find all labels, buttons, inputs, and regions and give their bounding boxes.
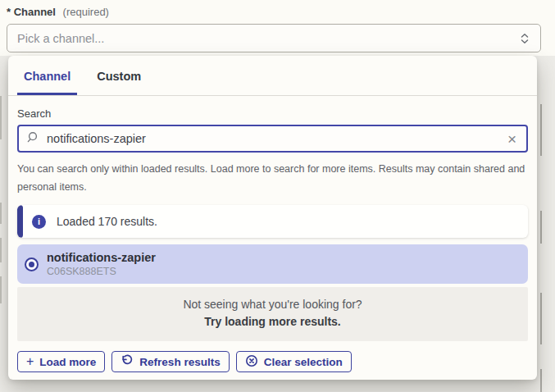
background-form-edge [540,293,542,344]
background-form-edge [0,276,2,303]
tab-channel[interactable]: Channel [17,56,77,95]
info-icon: i [32,215,46,229]
search-help-text: You can search only within loaded result… [17,160,528,196]
channel-dropdown-panel: Channel Custom Search × You can search o… [8,56,537,380]
loaded-results-banner: i Loaded 170 results. [17,205,528,238]
background-form-edge [540,104,542,156]
not-seeing-hint: Not seeing what you're looking for? Try … [17,287,528,341]
search-icon [27,131,39,147]
option-text: notifications-zapier C06SK888ETS [47,251,156,277]
search-input[interactable] [47,132,506,145]
dropdown-footer: + Load more Refresh results Clear select… [17,351,528,372]
search-box: × [17,125,528,153]
background-form-edge [0,238,2,262]
radio-selected-icon[interactable] [25,258,39,271]
dropdown-content: Search × You can search only within load… [8,107,537,372]
chevron-up-down-icon [519,32,530,45]
channel-field: * Channel (required) Pick a channel... [7,6,541,52]
dropdown-tabs: Channel Custom [8,56,537,96]
banner-accent-bar [17,205,23,238]
refresh-results-button[interactable]: Refresh results [111,351,229,372]
channel-option-selected[interactable]: notifications-zapier C06SK888ETS [17,244,528,284]
channel-field-label: * Channel [7,6,56,18]
clear-selection-button[interactable]: Clear selection [236,351,352,372]
channel-field-required-note: (required) [63,6,109,18]
x-circle-icon [245,354,258,370]
background-form-edge [540,369,542,392]
background-form-edge [0,96,2,139]
hint-question: Not seeing what you're looking for? [17,296,528,313]
option-id: C06SK888ETS [47,266,156,277]
clear-search-icon[interactable]: × [506,131,518,147]
refresh-icon [121,354,134,370]
loaded-results-text: Loaded 170 results. [57,215,157,228]
tab-custom[interactable]: Custom [90,56,148,95]
hint-suggestion: Try loading more results. [17,313,528,330]
plus-icon: + [26,355,34,368]
search-label: Search [17,107,528,120]
channel-select-placeholder: Pick a channel... [17,32,104,45]
load-more-label: Load more [39,356,96,368]
channel-select[interactable]: Pick a channel... [7,24,541,52]
background-form-edge [0,203,2,224]
clear-selection-label: Clear selection [264,356,343,368]
channel-field-label-row: * Channel (required) [7,6,541,18]
load-more-button[interactable]: + Load more [17,351,105,372]
background-form-edge [540,211,542,244]
option-name: notifications-zapier [47,251,156,264]
refresh-results-label: Refresh results [139,356,220,368]
